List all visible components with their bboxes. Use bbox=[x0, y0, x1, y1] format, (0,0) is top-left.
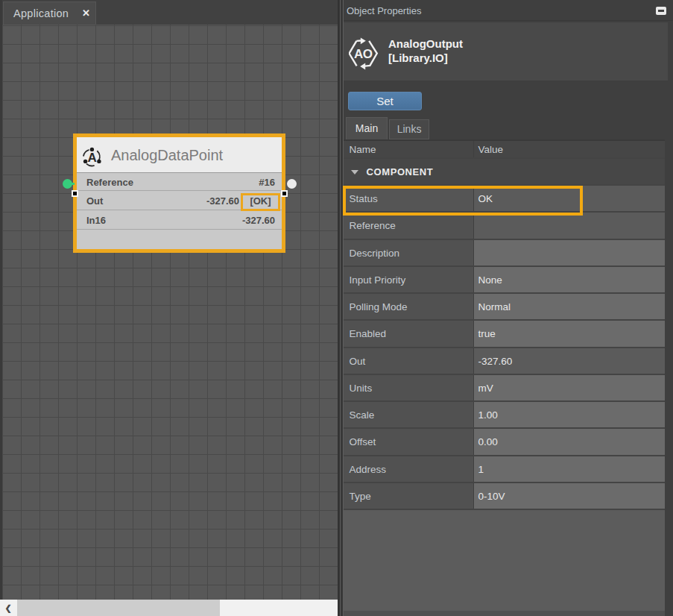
svg-text:AO: AO bbox=[354, 47, 373, 61]
svg-text:A: A bbox=[87, 151, 96, 165]
